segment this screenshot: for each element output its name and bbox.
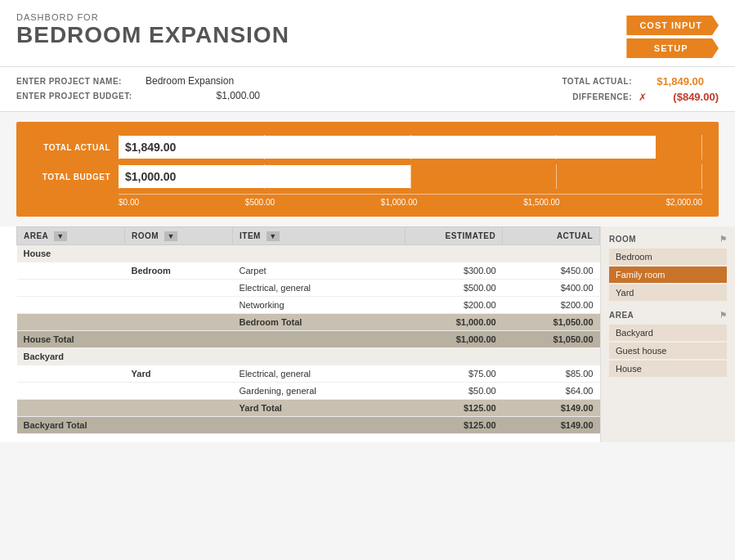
filter-panel: ROOM ⚑ BedroomFamily roomYard AREA ⚑ Bac… [600, 226, 735, 442]
project-budget-label: ENTER PROJECT BUDGET: [16, 92, 139, 101]
cell-item: Carpet [233, 262, 406, 280]
cell-area [17, 297, 125, 314]
table-row: Backyard [17, 348, 600, 365]
cell-estimated: $200.00 [406, 297, 503, 314]
cell-item: Bedroom Total [233, 314, 406, 331]
cell-actual: $400.00 [503, 280, 600, 297]
chart-actual-bar-container: $1,849.00 [119, 135, 702, 159]
chart-actual-row: TOTAL ACTUAL $1,849.00 [33, 135, 702, 159]
difference-label: DIFFERENCE: [534, 92, 632, 101]
table-section: AREA ▼ ROOM ▼ ITEM ▼ ESTIMATED ACTUAL [0, 226, 600, 442]
area-filter-icon[interactable]: ▼ [54, 231, 66, 241]
cell-item [233, 348, 406, 365]
cell-room: Bedroom [125, 262, 233, 280]
table-row: Yard Electrical, general $75.00 $85.00 [17, 365, 600, 383]
cell-estimated: $1,000.00 [406, 331, 503, 348]
axis-label-0: $0.00 [119, 198, 139, 207]
table-row: Electrical, general $500.00 $400.00 [17, 280, 600, 297]
project-budget-value: $1,000.00 [146, 90, 260, 101]
area-filter-item[interactable]: Guest house [609, 343, 727, 359]
project-info: ENTER PROJECT NAME: Bedroom Expansion EN… [0, 67, 735, 112]
cell-estimated: $500.00 [406, 280, 503, 297]
difference-row: DIFFERENCE: ✗ ($849.00) [534, 91, 719, 103]
cell-actual: $64.00 [503, 383, 600, 400]
project-name-value: Bedroom Expansion [146, 75, 260, 87]
table-row: Networking $200.00 $200.00 [17, 297, 600, 314]
total-actual-value: $1,849.00 [639, 75, 704, 87]
room-filter-item[interactable]: Yard [609, 284, 727, 301]
cell-room [125, 245, 233, 262]
cell-area [17, 262, 125, 280]
cell-room [125, 400, 233, 417]
cell-item: Electrical, general [233, 280, 406, 297]
page-title: BEDROOM EXPANSION [16, 22, 289, 48]
chart-axis: $0.00 $500.00 $1,000.00 $1,500.00 $2,000… [119, 194, 702, 207]
axis-label-1: $500.00 [245, 198, 275, 207]
difference-x-icon: ✗ [639, 92, 647, 103]
cell-area: House [17, 245, 125, 262]
room-filter-items: BedroomFamily roomYard [609, 249, 727, 301]
cell-estimated: $125.00 [406, 417, 503, 434]
col-area-header[interactable]: AREA ▼ [17, 227, 125, 245]
col-item-header[interactable]: ITEM ▼ [233, 227, 406, 245]
axis-label-4: $2,000.00 [666, 198, 703, 207]
cell-room: Yard [125, 365, 233, 383]
cell-room [125, 314, 233, 331]
room-filter-sort-icon[interactable]: ⚑ [719, 235, 728, 244]
cell-area [17, 383, 125, 400]
chart-section: TOTAL ACTUAL $1,849.00 TOTAL BUDGET $1,0… [16, 122, 719, 217]
cell-room [125, 280, 233, 297]
table-row: Bedroom Total $1,000.00 $1,050.00 [17, 314, 600, 331]
cell-actual: $1,050.00 [503, 314, 600, 331]
cell-estimated: $125.00 [406, 400, 503, 417]
setup-button[interactable]: SETUP [626, 38, 719, 58]
project-name-row: ENTER PROJECT NAME: Bedroom Expansion [16, 75, 260, 87]
cell-room [125, 331, 233, 348]
cell-actual: $200.00 [503, 297, 600, 314]
chart-actual-label: TOTAL ACTUAL [33, 143, 119, 152]
table-row: Gardening, general $50.00 $64.00 [17, 383, 600, 400]
cell-actual: $85.00 [503, 365, 600, 383]
info-left: ENTER PROJECT NAME: Bedroom Expansion EN… [16, 75, 260, 101]
header: DASHBORD FOR BEDROOM EXPANSION COST INPU… [0, 0, 735, 67]
cost-input-button[interactable]: COST INPUT [626, 16, 719, 35]
cell-estimated: $50.00 [406, 383, 503, 400]
cell-area: Backyard [17, 348, 125, 365]
header-right: COST INPUT SETUP [626, 16, 719, 58]
cell-actual: $1,050.00 [503, 331, 600, 348]
difference-value: ($849.00) [653, 91, 719, 103]
cell-actual: $149.00 [503, 400, 600, 417]
cell-estimated: $75.00 [406, 365, 503, 383]
cell-estimated: $1,000.00 [406, 314, 503, 331]
table-row: House Total $1,000.00 $1,050.00 [17, 331, 600, 348]
total-actual-row: TOTAL ACTUAL: $1,849.00 [534, 75, 719, 87]
header-left: DASHBORD FOR BEDROOM EXPANSION [16, 12, 289, 48]
cell-actual: $149.00 [503, 417, 600, 434]
room-filter-section: ROOM ⚑ BedroomFamily roomYard [609, 235, 727, 301]
col-room-header[interactable]: ROOM ▼ [125, 227, 233, 245]
area-filter-item[interactable]: Backyard [609, 325, 727, 341]
info-right: TOTAL ACTUAL: $1,849.00 DIFFERENCE: ✗ ($… [534, 75, 719, 103]
cell-area [17, 365, 125, 383]
room-filter-icon[interactable]: ▼ [164, 231, 177, 241]
col-estimated-header: ESTIMATED [406, 227, 503, 245]
area-filter-item[interactable]: House [609, 361, 727, 377]
area-filter-items: BackyardGuest houseHouse [609, 325, 727, 377]
cell-room [125, 348, 233, 365]
item-filter-icon[interactable]: ▼ [267, 231, 279, 241]
room-filter-item[interactable]: Family room [609, 267, 727, 283]
cell-item: Electrical, general [233, 365, 406, 383]
chart-budget-bar-container: $1,000.00 [119, 164, 702, 189]
axis-label-3: $1,500.00 [523, 198, 560, 207]
area-filter-sort-icon[interactable]: ⚑ [719, 311, 728, 320]
room-filter-item[interactable]: Bedroom [609, 249, 727, 265]
dashbord-for-label: DASHBORD FOR [16, 12, 289, 22]
cell-estimated [406, 245, 503, 262]
cell-room [125, 383, 233, 400]
chart-actual-bar: $1,849.00 [119, 136, 656, 159]
cell-estimated: $300.00 [406, 262, 503, 280]
cell-area: House Total [17, 331, 125, 348]
cell-actual: $450.00 [503, 262, 600, 280]
room-filter-title: ROOM ⚑ [609, 235, 727, 244]
cell-item: Gardening, general [233, 383, 406, 400]
